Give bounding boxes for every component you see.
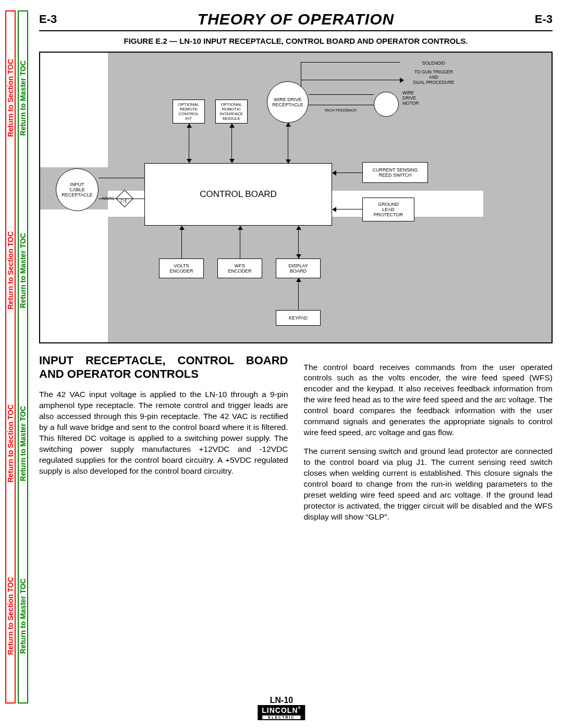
robotic-module-box: OPTIONAL ROBOTIC INTERFACE MODULE xyxy=(215,100,248,124)
section-toc-link[interactable]: Return to Section TOC xyxy=(6,231,15,310)
wfs-encoder-box: WFS ENCODER xyxy=(217,258,262,278)
diode-symbol: ▷| xyxy=(121,197,127,204)
body-columns: INPUT RECEPTACLE, CONTROL BOARD AND OPER… xyxy=(39,354,553,530)
tach-feedback-label: TACH FEEDBACK xyxy=(324,108,357,113)
master-toc-link[interactable]: Return to Master TOC xyxy=(19,578,27,653)
sidebar: Return to Section TOC Return to Section … xyxy=(5,10,30,704)
volts-encoder-box: VOLTS ENCODER xyxy=(159,258,204,278)
keypad-box: KEYPAD xyxy=(276,310,321,326)
ground-lead-box: GROUND LEAD PROTECTOR xyxy=(362,198,414,221)
solenoid-label: SOLENOID xyxy=(402,60,465,66)
remote-kit-box: OPTIONAL REMOTE CONTROL KIT xyxy=(173,100,205,124)
input-cable-receptacle: INPUT CABLE RECEPTACLE xyxy=(56,168,99,211)
display-board-box: DISPLAY BOARD xyxy=(276,258,321,278)
right-column: The control board receives commands from… xyxy=(304,354,553,530)
sidebar-col-master: Return to Master TOC Return to Master TO… xyxy=(18,10,28,704)
master-toc-link[interactable]: Return to Master TOC xyxy=(19,60,27,135)
gun-trigger-label: TO GUN TRIGGER AND DUAL PROCEDURE xyxy=(402,69,465,85)
page: E-3 THEORY OF OPERATION E-3 FIGURE E.2 —… xyxy=(39,10,553,530)
master-toc-link[interactable]: Return to Master TOC xyxy=(19,406,27,481)
page-header: E-3 THEORY OF OPERATION E-3 xyxy=(39,10,553,28)
wire-drive-motor-label: WIRE DRIVE MOTOR xyxy=(402,90,419,106)
wire-drive-motor xyxy=(374,92,399,117)
section-toc-link[interactable]: Return to Section TOC xyxy=(6,59,15,137)
lincoln-logo: LINCOLN® ELECTRIC xyxy=(258,705,305,720)
logo-text: LINCOLN xyxy=(262,706,298,714)
paragraph: The current sensing switch and ground le… xyxy=(304,446,553,522)
footer: LN-10 LINCOLN® ELECTRIC xyxy=(258,696,305,721)
wire-drive-receptacle: WIRE DRIVE RECEPTACLE xyxy=(267,81,309,123)
sidebar-col-section: Return to Section TOC Return to Section … xyxy=(5,10,16,704)
header-right: E-3 xyxy=(535,13,553,26)
control-board: CONTROL BOARD xyxy=(144,163,332,226)
registered-mark: ® xyxy=(298,706,301,710)
section-toc-link[interactable]: Return to Section TOC xyxy=(6,404,15,483)
rule xyxy=(39,30,553,31)
section-heading: INPUT RECEPTACLE, CONTROL BOARD AND OPER… xyxy=(39,354,288,381)
footer-model: LN-10 xyxy=(258,696,305,705)
paragraph: The 42 VAC input voltage is applied to t… xyxy=(39,389,288,476)
section-toc-link[interactable]: Return to Section TOC xyxy=(6,577,15,655)
left-column: INPUT RECEPTACLE, CONTROL BOARD AND OPER… xyxy=(39,354,288,530)
figure-title: FIGURE E.2 — LN-10 INPUT RECEPTACLE, CON… xyxy=(39,36,553,45)
current-sensing-box: CURRENT SENSING REED SWITCH xyxy=(362,162,428,183)
master-toc-link[interactable]: Return to Master TOC xyxy=(19,233,27,308)
paragraph: The control board receives commands from… xyxy=(304,362,553,438)
header-left: E-3 xyxy=(39,13,57,26)
diagram: SOLENOID TO GUN TRIGGER AND DUAL PROCEDU… xyxy=(39,52,553,343)
page-title: THEORY OF OPERATION xyxy=(198,10,394,28)
logo-subtext: ELECTRIC xyxy=(262,715,301,720)
